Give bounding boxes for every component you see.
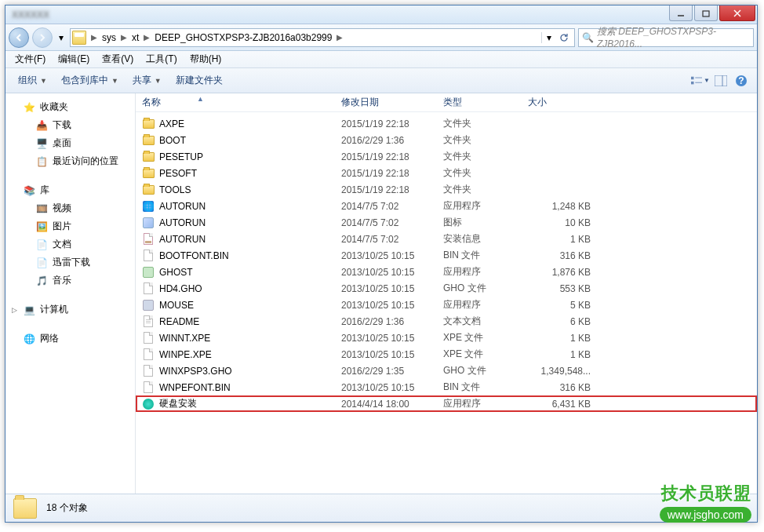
- file-row[interactable]: 🌐AUTORUN2014/7/5 7:02应用程序1,248 KB: [136, 198, 757, 214]
- column-size[interactable]: 大小: [528, 96, 598, 109]
- file-size: 316 KB: [528, 250, 598, 261]
- file-row[interactable]: AUTORUN2014/7/5 7:02安装信息1 KB: [136, 231, 757, 247]
- chevron-down-icon: ▼: [155, 77, 162, 85]
- column-date[interactable]: 修改日期: [341, 96, 443, 109]
- column-name[interactable]: 名称▲: [142, 96, 341, 109]
- file-size: 553 KB: [528, 283, 598, 294]
- chevron-right-icon[interactable]: ▶: [89, 33, 99, 42]
- organize-button[interactable]: 组织▼: [12, 71, 53, 90]
- view-options-button[interactable]: ▼: [691, 71, 710, 90]
- file-row[interactable]: HD4.GHO2013/10/25 10:15GHO 文件553 KB: [136, 280, 757, 297]
- file-row[interactable]: WINNT.XPE2013/10/25 10:15XPE 文件1 KB: [136, 330, 757, 346]
- file-date: 2013/10/25 10:15: [341, 283, 443, 294]
- address-bar[interactable]: ▶ sys ▶ xt ▶ DEEP_GHOSTXPSP3-ZJB2016a03b…: [70, 28, 575, 47]
- breadcrumb-segment[interactable]: xt: [129, 29, 142, 46]
- file-row[interactable]: BOOTFONT.BIN2013/10/25 10:15BIN 文件316 KB: [136, 247, 757, 264]
- nav-documents[interactable]: 📄文档: [5, 235, 135, 253]
- nav-downloads[interactable]: 📥下载: [5, 116, 135, 134]
- file-type: 应用程序: [443, 199, 528, 213]
- file-size: 5 KB: [528, 300, 598, 311]
- menu-help[interactable]: 帮助(H): [184, 51, 228, 67]
- nav-history-dropdown[interactable]: ▾: [56, 32, 67, 43]
- new-folder-button[interactable]: 新建文件夹: [169, 71, 229, 90]
- svg-rect-8: [715, 75, 727, 86]
- menu-bar: 文件(F) 编辑(E) 查看(V) 工具(T) 帮助(H): [5, 51, 757, 68]
- chevron-right-icon[interactable]: ▶: [142, 33, 151, 42]
- menu-edit[interactable]: 编辑(E): [52, 51, 96, 67]
- file-row[interactable]: MOUSE2013/10/25 10:15应用程序5 KB: [136, 297, 757, 313]
- music-icon: 🎵: [35, 275, 48, 287]
- file-row[interactable]: WNPEFONT.BIN2013/10/25 10:15BIN 文件316 KB: [136, 379, 757, 395]
- file-row[interactable]: WINPE.XPE2013/10/25 10:15XPE 文件1 KB: [136, 346, 757, 363]
- file-date: 2013/10/25 10:15: [341, 300, 443, 311]
- video-icon: 🎞️: [35, 202, 48, 215]
- nav-pictures[interactable]: 🖼️图片: [5, 217, 135, 235]
- file-row[interactable]: PESETUP2015/1/19 22:18文件夹: [136, 148, 757, 165]
- chevron-right-icon[interactable]: ▶: [335, 33, 344, 42]
- maximize-button[interactable]: [694, 5, 718, 21]
- svg-rect-6: [691, 81, 694, 84]
- chevron-down-icon: ▼: [111, 77, 118, 85]
- nav-music[interactable]: 🎵音乐: [5, 271, 135, 290]
- file-list[interactable]: AXPE2015/1/19 22:18文件夹BOOT2016/2/29 1:36…: [136, 112, 757, 494]
- file-name: PESETUP: [159, 151, 203, 162]
- minimize-button[interactable]: [669, 5, 693, 21]
- file-date: 2014/4/14 18:00: [341, 399, 443, 410]
- download-icon: 📄: [35, 257, 48, 269]
- file-row[interactable]: GHOST2013/10/25 10:15应用程序1,876 KB: [136, 264, 757, 280]
- file-date: 2014/7/5 7:02: [341, 217, 443, 228]
- network-group[interactable]: 🌐网络: [5, 330, 135, 348]
- breadcrumb-segment[interactable]: DEEP_GHOSTXPSP3-ZJB2016a03b2999: [151, 29, 335, 46]
- expand-icon: ▷: [12, 306, 17, 314]
- column-type[interactable]: 类型: [443, 96, 528, 109]
- menu-tools[interactable]: 工具(T): [140, 51, 183, 67]
- file-row[interactable]: AXPE2015/1/19 22:18文件夹: [136, 115, 757, 132]
- file-type: 文本文档: [443, 315, 528, 328]
- file-row[interactable]: TOOLS2015/1/19 22:18文件夹: [136, 181, 757, 198]
- navigation-pane: ⭐收藏夹 📥下载 🖥️桌面 📋最近访问的位置 📚库 🎞️视频 🖼️图片 📄文档 …: [5, 93, 136, 494]
- nav-videos[interactable]: 🎞️视频: [5, 199, 135, 217]
- preview-pane-button[interactable]: [711, 71, 730, 90]
- close-button[interactable]: [719, 5, 755, 21]
- column-headers: 名称▲ 修改日期 类型 大小: [136, 93, 757, 112]
- help-button[interactable]: ?: [732, 71, 751, 90]
- file-row[interactable]: PESOFT2015/1/19 22:18文件夹: [136, 165, 757, 181]
- include-in-library-button[interactable]: 包含到库中▼: [55, 71, 125, 90]
- computer-group[interactable]: ▷💻计算机: [5, 301, 135, 319]
- file-row[interactable]: BOOT2016/2/29 1:36文件夹: [136, 132, 757, 148]
- address-dropdown[interactable]: ▾: [541, 32, 555, 43]
- window-controls: [669, 5, 757, 24]
- search-input[interactable]: 🔍 搜索 DEEP_GHOSTXPSP3-ZJB2016...: [578, 28, 754, 47]
- file-row[interactable]: README2016/2/29 1:36文本文档6 KB: [136, 313, 757, 330]
- document-icon: 📄: [35, 239, 48, 251]
- file-date: 2015/1/19 22:18: [341, 151, 443, 162]
- file-icon: [142, 134, 155, 147]
- forward-button[interactable]: [32, 27, 53, 48]
- nav-recent[interactable]: 📋最近访问的位置: [5, 152, 135, 170]
- refresh-button[interactable]: [555, 32, 573, 43]
- sort-asc-icon: ▲: [197, 95, 204, 103]
- file-date: 2014/7/5 7:02: [341, 234, 443, 245]
- file-type: XPE 文件: [443, 331, 528, 344]
- menu-view[interactable]: 查看(V): [96, 51, 140, 67]
- breadcrumb-segment[interactable]: sys: [99, 29, 119, 46]
- back-button[interactable]: [9, 27, 29, 48]
- file-row[interactable]: AUTORUN2014/7/5 7:02图标10 KB: [136, 214, 757, 231]
- chevron-right-icon[interactable]: ▶: [119, 33, 129, 42]
- file-row[interactable]: 硬盘安装2014/4/14 18:00应用程序6,431 KB: [136, 395, 757, 412]
- libraries-group[interactable]: 📚库: [5, 181, 135, 199]
- share-button[interactable]: 共享▼: [126, 71, 168, 90]
- desktop-icon: 🖥️: [35, 137, 48, 150]
- nav-desktop[interactable]: 🖥️桌面: [5, 134, 135, 152]
- menu-file[interactable]: 文件(F): [9, 51, 52, 67]
- file-icon: [142, 348, 155, 361]
- favorites-group[interactable]: ⭐收藏夹: [5, 98, 135, 116]
- nav-thunder[interactable]: 📄迅雷下载: [5, 253, 135, 271]
- file-name: TOOLS: [159, 184, 191, 195]
- file-row[interactable]: WINXPSP3.GHO2016/2/29 1:35GHO 文件1,349,54…: [136, 363, 757, 379]
- search-icon: 🔍: [582, 32, 594, 43]
- file-name: WNPEFONT.BIN: [159, 382, 231, 393]
- svg-rect-4: [691, 76, 694, 79]
- file-type: XPE 文件: [443, 348, 528, 361]
- file-pane: 名称▲ 修改日期 类型 大小 AXPE2015/1/19 22:18文件夹BOO…: [136, 93, 757, 494]
